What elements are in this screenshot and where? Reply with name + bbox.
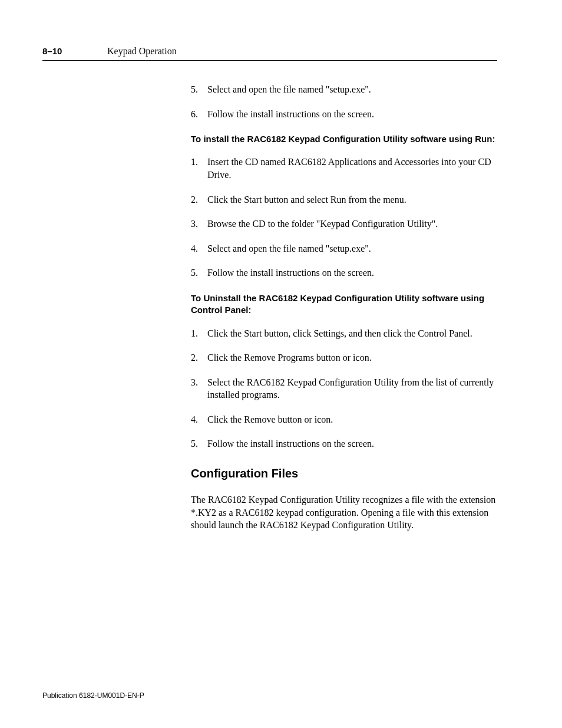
- list-text: Select the RAC6182 Keypad Configuration …: [207, 376, 497, 401]
- list-item: 5. Select and open the file named "setup…: [191, 83, 497, 96]
- list-number: 1.: [191, 327, 207, 340]
- list-uninstall: 1. Click the Start button, click Setting…: [191, 327, 497, 451]
- section-heading-configuration-files: Configuration Files: [191, 467, 497, 480]
- list-text: Click the Start button and select Run fr…: [207, 193, 497, 206]
- list-text: Follow the install instructions on the s…: [207, 266, 497, 279]
- list-number: 4.: [191, 413, 207, 426]
- page-header: 8–10 Keypad Operation: [42, 46, 497, 61]
- list-text: Click the Start button, click Settings, …: [207, 327, 497, 340]
- list-text: Select and open the file named "setup.ex…: [207, 83, 497, 96]
- header-title: Keypad Operation: [107, 46, 177, 57]
- list-number: 2.: [191, 351, 207, 364]
- list-number: 3.: [191, 376, 207, 401]
- list-item: 3. Select the RAC6182 Keypad Configurati…: [191, 376, 497, 401]
- list-item: 3. Browse the CD to the folder "Keypad C…: [191, 218, 497, 230]
- list-number: 5.: [191, 437, 207, 450]
- list-item: 5. Follow the install instructions on th…: [191, 266, 497, 279]
- page-container: 8–10 Keypad Operation 5. Select and open…: [0, 0, 562, 728]
- list-text: Click the Remove Programs button or icon…: [207, 351, 497, 364]
- list-text: Click the Remove button or icon.: [207, 413, 497, 426]
- list-item: 4. Select and open the file named "setup…: [191, 242, 497, 255]
- list-number: 2.: [191, 193, 207, 206]
- footer-publication: Publication 6182-UM001D-EN-P: [42, 691, 144, 700]
- list-item: 2. Click the Start button and select Run…: [191, 193, 497, 206]
- list-text: Browse the CD to the folder "Keypad Conf…: [207, 218, 497, 230]
- list-text: Select and open the file named "setup.ex…: [207, 242, 497, 255]
- subheading-install-run: To install the RAC6182 Keypad Configurat…: [191, 133, 497, 145]
- body-paragraph: The RAC6182 Keypad Configuration Utility…: [191, 493, 497, 532]
- list-number: 3.: [191, 218, 207, 230]
- list-number: 1.: [191, 156, 207, 181]
- list-item: 4. Click the Remove button or icon.: [191, 413, 497, 426]
- page-number: 8–10: [42, 46, 107, 56]
- list-item: 2. Click the Remove Programs button or i…: [191, 351, 497, 364]
- list-continuation: 5. Select and open the file named "setup…: [191, 83, 497, 120]
- list-item: 6. Follow the install instructions on th…: [191, 108, 497, 121]
- list-number: 6.: [191, 108, 207, 121]
- list-number: 5.: [191, 83, 207, 96]
- list-number: 5.: [191, 266, 207, 279]
- list-item: 1. Click the Start button, click Setting…: [191, 327, 497, 340]
- list-item: 1. Insert the CD named RAC6182 Applicati…: [191, 156, 497, 181]
- main-content: 5. Select and open the file named "setup…: [191, 83, 497, 532]
- list-text: Follow the install instructions on the s…: [207, 108, 497, 121]
- list-install-run: 1. Insert the CD named RAC6182 Applicati…: [191, 156, 497, 279]
- list-text: Insert the CD named RAC6182 Applications…: [207, 156, 497, 181]
- subheading-uninstall: To Uninstall the RAC6182 Keypad Configur…: [191, 292, 497, 317]
- list-item: 5. Follow the install instructions on th…: [191, 437, 497, 450]
- list-number: 4.: [191, 242, 207, 255]
- list-text: Follow the install instructions on the s…: [207, 437, 497, 450]
